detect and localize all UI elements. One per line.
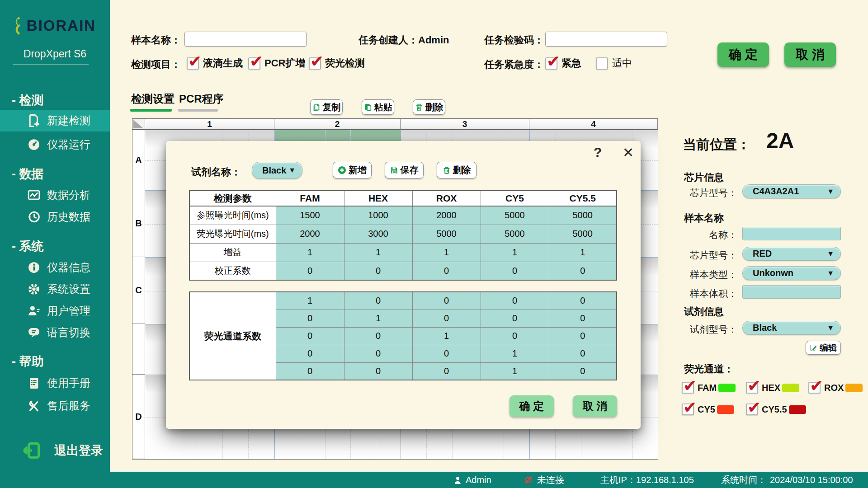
paste-button[interactable]: 粘贴 — [362, 99, 394, 115]
param-cell[interactable]: 0 — [481, 262, 549, 280]
cancel-button[interactable]: 取 消 — [784, 42, 836, 67]
param-cell[interactable]: 5000 — [549, 225, 617, 243]
channel-rox[interactable]: ROX — [808, 382, 863, 394]
sidebar-item-history-data[interactable]: 历史数据 — [0, 206, 110, 227]
matrix-cell[interactable]: 1 — [481, 362, 549, 380]
matrix-cell[interactable]: 0 — [481, 310, 549, 327]
sample-volume-input[interactable] — [742, 285, 841, 299]
sample-name-input[interactable] — [184, 32, 307, 47]
param-cell[interactable]: 5000 — [481, 225, 549, 243]
channel-cy55[interactable]: CY5.5 — [746, 404, 806, 415]
save-button[interactable]: 保存 — [385, 162, 424, 178]
sidebar-item-new-test[interactable]: 新建检测 — [0, 110, 110, 131]
matrix-cell[interactable]: 0 — [276, 362, 344, 380]
checkbox-pcr-amplification[interactable]: PCR扩增 — [248, 56, 305, 70]
grid-row-header-a[interactable]: A — [132, 130, 145, 190]
matrix-cell[interactable]: 0 — [344, 327, 412, 345]
grid-column-header-4[interactable]: 4 — [529, 119, 658, 130]
checkbox-icon[interactable] — [596, 57, 608, 70]
sidebar-item-data-analysis[interactable]: 数据分析 — [0, 185, 110, 206]
matrix-cell[interactable]: 0 — [412, 345, 481, 362]
close-icon[interactable]: ✕ — [623, 145, 634, 160]
matrix-cell[interactable]: 0 — [276, 345, 344, 362]
modal-confirm-button[interactable]: 确 定 — [509, 395, 554, 417]
param-cell[interactable]: 5000 — [481, 206, 549, 225]
checkbox-droplet-generation[interactable]: 液滴生成 — [187, 56, 243, 70]
param-cell[interactable]: 0 — [549, 262, 617, 280]
matrix-cell[interactable]: 1 — [344, 310, 412, 327]
matrix-cell[interactable]: 0 — [549, 362, 617, 380]
sample-type-dropdown[interactable]: Unkonwn ▼ — [742, 266, 841, 280]
edit-button[interactable]: 编辑 — [806, 341, 841, 355]
param-cell[interactable]: 0 — [412, 262, 481, 280]
param-cell[interactable]: 3000 — [344, 225, 412, 243]
reagent-name-dropdown[interactable]: Black ▼ — [252, 162, 302, 179]
grid-corner-select-all[interactable] — [132, 119, 145, 130]
logout-button[interactable]: 退出登录 — [0, 437, 110, 464]
matrix-cell[interactable]: 0 — [549, 345, 617, 362]
checkbox-icon[interactable] — [545, 57, 557, 70]
checkbox-icon[interactable] — [187, 57, 199, 70]
grid-column-header-1[interactable]: 1 — [145, 119, 274, 130]
matrix-cell[interactable]: 0 — [412, 292, 481, 310]
sidebar-item-user-management[interactable]: 用户管理 — [0, 300, 110, 321]
param-cell[interactable]: 1500 — [276, 206, 344, 225]
param-cell[interactable]: 5000 — [412, 225, 481, 243]
grid-column-header-3[interactable]: 3 — [401, 119, 529, 130]
channel-fam[interactable]: FAM — [682, 382, 736, 394]
chip-model2-dropdown[interactable]: RED ▼ — [742, 247, 841, 261]
matrix-cell[interactable]: 0 — [344, 292, 412, 310]
matrix-cell[interactable]: 0 — [412, 362, 481, 380]
sidebar-item-system-settings[interactable]: 系统设置 — [0, 279, 110, 300]
delete-button[interactable]: 删除 — [413, 99, 445, 115]
add-button[interactable]: 新增 — [333, 162, 372, 178]
param-cell[interactable]: 1000 — [344, 206, 412, 225]
name-input[interactable] — [742, 227, 841, 240]
checkbox-icon[interactable] — [808, 382, 821, 394]
checkbox-icon[interactable] — [309, 57, 321, 70]
param-cell[interactable]: 2000 — [276, 225, 344, 243]
copy-button[interactable]: 复制 — [310, 99, 343, 115]
matrix-cell[interactable]: 0 — [549, 292, 617, 310]
checkbox-moderate[interactable]: 适中 — [596, 56, 632, 70]
grid-row-header-c[interactable]: C — [132, 257, 145, 324]
grid-row-header-d[interactable]: D — [132, 375, 145, 459]
sidebar-item-after-sales[interactable]: 售后服务 — [0, 395, 110, 416]
help-icon[interactable]: ? — [594, 145, 602, 160]
checkbox-icon[interactable] — [682, 404, 694, 415]
task-code-input[interactable] — [545, 32, 667, 47]
modal-cancel-button[interactable]: 取 消 — [573, 395, 617, 417]
sidebar-item-instrument-run[interactable]: 仪器运行 — [0, 134, 110, 155]
checkbox-icon[interactable] — [682, 382, 694, 394]
sidebar-item-instrument-info[interactable]: 仪器信息 — [0, 257, 110, 278]
checkbox-urgent[interactable]: 紧急 — [545, 56, 581, 70]
param-cell[interactable]: 1 — [549, 243, 617, 262]
matrix-cell[interactable]: 0 — [344, 345, 412, 362]
grid-row-header-b[interactable]: B — [132, 190, 145, 257]
matrix-cell[interactable]: 0 — [276, 327, 344, 345]
matrix-cell[interactable]: 0 — [412, 310, 481, 327]
param-cell[interactable]: 1 — [481, 243, 549, 262]
param-cell[interactable]: 0 — [276, 262, 344, 280]
channel-hex[interactable]: HEX — [746, 382, 799, 394]
param-cell[interactable]: 1 — [412, 243, 481, 262]
grid-column-header-2[interactable]: 2 — [274, 119, 401, 130]
checkbox-fluorescence-detection[interactable]: 荧光检测 — [309, 56, 365, 70]
matrix-cell[interactable]: 0 — [276, 310, 344, 327]
sidebar-item-user-manual[interactable]: 使用手册 — [0, 373, 110, 394]
matrix-cell[interactable]: 1 — [481, 345, 549, 362]
param-cell[interactable]: 1 — [276, 243, 344, 262]
checkbox-icon[interactable] — [248, 57, 260, 70]
param-cell[interactable]: 2000 — [412, 206, 481, 225]
matrix-cell[interactable]: 1 — [412, 327, 481, 345]
reagent-model-dropdown[interactable]: Black ▼ — [742, 321, 841, 335]
param-cell[interactable]: 5000 — [549, 206, 617, 225]
matrix-cell[interactable]: 1 — [276, 292, 344, 310]
matrix-cell[interactable]: 0 — [481, 327, 549, 345]
tab-pcr-program[interactable]: PCR程序 — [179, 92, 224, 106]
modal-delete-button[interactable]: 删除 — [437, 162, 476, 178]
matrix-cell[interactable]: 0 — [549, 327, 617, 345]
param-cell[interactable]: 1 — [344, 243, 412, 262]
checkbox-icon[interactable] — [746, 382, 758, 394]
matrix-cell[interactable]: 0 — [549, 310, 617, 327]
